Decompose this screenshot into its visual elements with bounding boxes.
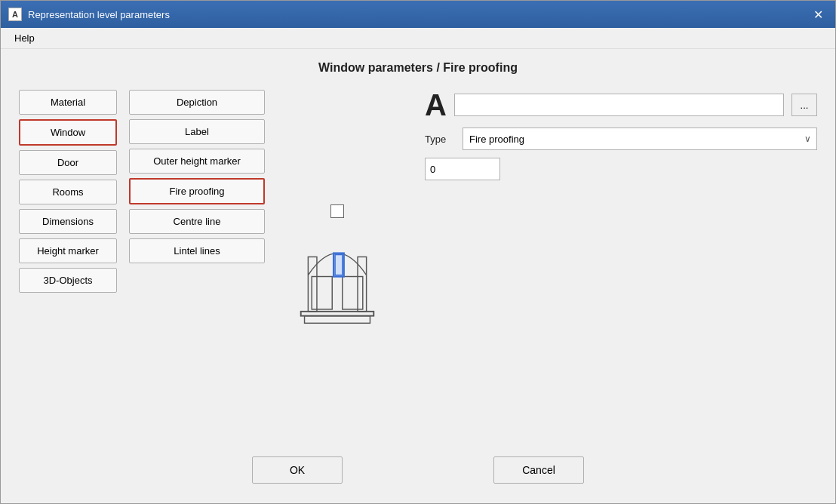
title-bar: A Representation level parameters ✕: [1, 1, 835, 28]
right-panel: A ... Type Fire proofing Option 2 Option…: [410, 90, 817, 444]
enable-checkbox[interactable]: [330, 204, 344, 218]
window-title: Representation level parameters: [28, 9, 170, 20]
mid-btn-centre-line[interactable]: Centre line: [129, 209, 265, 234]
dialog-content: Window parameters / Fire proofing Materi…: [1, 49, 835, 503]
cancel-button[interactable]: Cancel: [493, 456, 584, 484]
mid-btn-lintel-lines[interactable]: Lintel lines: [129, 238, 265, 263]
left-btn-rooms[interactable]: Rooms: [19, 180, 117, 204]
menu-help[interactable]: Help: [10, 31, 39, 45]
svg-rect-1: [305, 316, 370, 324]
mid-panel: Depiction Label Outer height marker Fire…: [129, 90, 265, 444]
big-a-label: A: [425, 90, 447, 120]
left-btn-material[interactable]: Material: [19, 90, 117, 115]
app-icon: A: [8, 8, 22, 21]
ok-button[interactable]: OK: [252, 456, 343, 484]
type-label: Type: [425, 134, 455, 145]
mid-btn-outer-height[interactable]: Outer height marker: [129, 149, 265, 174]
mid-btn-label[interactable]: Label: [129, 119, 265, 144]
checkbox-row: [330, 204, 344, 218]
type-select-wrapper: Fire proofing Option 2 Option 3: [463, 128, 817, 150]
left-btn-door[interactable]: Door: [19, 150, 117, 175]
type-label-row: Type Fire proofing Option 2 Option 3: [425, 128, 817, 150]
main-area: Material Window Door Rooms Dimensions He…: [19, 90, 817, 444]
left-btn-dimensions[interactable]: Dimensions: [19, 209, 117, 234]
svg-rect-5: [343, 277, 363, 309]
ellipsis-button[interactable]: ...: [791, 94, 817, 116]
title-bar-left: A Representation level parameters: [8, 8, 170, 21]
close-button[interactable]: ✕: [808, 6, 828, 23]
type-row: A ... Type Fire proofing Option 2 Option…: [425, 90, 817, 180]
text-input-wide[interactable]: [454, 94, 784, 116]
value-input[interactable]: [425, 158, 500, 180]
value-row: [425, 158, 817, 180]
svg-rect-0: [301, 312, 374, 316]
svg-rect-7: [335, 255, 343, 275]
a-label-row: A ...: [425, 90, 817, 120]
main-window: A Representation level parameters ✕ Help…: [0, 0, 836, 504]
left-btn-3d-objects[interactable]: 3D-Objects: [19, 268, 117, 293]
dialog-title: Window parameters / Fire proofing: [19, 61, 817, 75]
left-panel: Material Window Door Rooms Dimensions He…: [19, 90, 117, 444]
svg-rect-4: [312, 277, 332, 309]
mid-btn-fire-proofing[interactable]: Fire proofing: [129, 178, 265, 204]
type-select[interactable]: Fire proofing Option 2 Option 3: [463, 128, 817, 150]
window-diagram: [296, 224, 379, 330]
mid-btn-depiction[interactable]: Depiction: [129, 90, 265, 115]
menu-bar: Help: [1, 28, 835, 49]
left-btn-height-marker[interactable]: Height marker: [19, 238, 117, 263]
left-btn-window[interactable]: Window: [19, 119, 117, 146]
preview-panel: [277, 90, 398, 444]
footer: OK Cancel: [19, 444, 817, 491]
